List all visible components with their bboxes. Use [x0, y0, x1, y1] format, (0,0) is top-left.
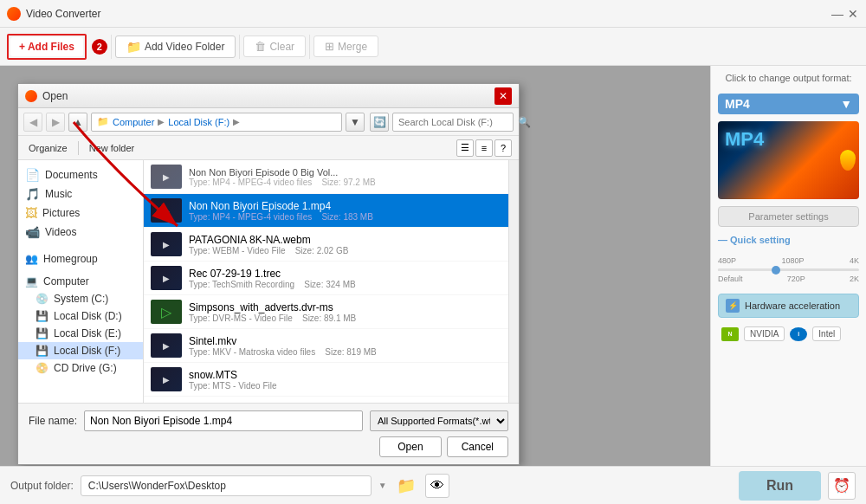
format-dropdown-icon: ▼: [840, 97, 852, 111]
nav-forward-btn[interactable]: ▶: [46, 113, 65, 132]
intel-icon: i: [790, 327, 807, 341]
filename-4: Simpsons_with_adverts.dvr-ms: [189, 301, 501, 313]
file-item-6[interactable]: ▶ snow.MTS Type: MTS - Video File: [144, 363, 508, 397]
sidebar-item-local-e[interactable]: 💾 Local Disk (E:): [18, 325, 143, 342]
sidebar-item-videos[interactable]: 📹 Videos: [18, 223, 143, 242]
slider-thumb[interactable]: [772, 266, 780, 275]
filelist-scrollbar[interactable]: [508, 160, 519, 403]
file-item-3[interactable]: ▶ Rec 07-29-19 1.trec Type: TechSmith Re…: [144, 262, 508, 295]
output-path-input[interactable]: [81, 475, 372, 496]
play-icon-5: ▶: [163, 341, 170, 351]
path-computer[interactable]: Computer: [113, 117, 154, 127]
hw-accel-btn[interactable]: ⚡ Hardware acceleration: [718, 294, 859, 318]
file-info-5: Sintel.mkv Type: MKV - Matroska video fi…: [189, 335, 501, 357]
mp4-label: MP4: [725, 128, 764, 151]
search-input[interactable]: [398, 117, 518, 127]
slider-fill: [718, 268, 774, 271]
add-files-button[interactable]: + Add Files: [10, 37, 83, 56]
nav-dropdown-btn[interactable]: ▼: [346, 113, 365, 132]
step-badge: 2: [92, 39, 107, 55]
video-thumb-selected: ▶: [151, 198, 182, 223]
filemeta-3: Type: TechSmith Recording Size: 324 MB: [189, 280, 501, 289]
new-folder-btn[interactable]: New folder: [86, 141, 139, 155]
view-help-btn[interactable]: ?: [494, 139, 512, 157]
sidebar-item-system-c[interactable]: 💿 System (C:): [18, 290, 143, 307]
filename-input[interactable]: [84, 410, 363, 431]
right-panel: Click to change output format: MP4 ▼ MP4…: [710, 66, 866, 466]
add-folder-button[interactable]: 📁 Add Video Folder: [115, 36, 236, 58]
sidebar-item-local-d[interactable]: 💾 Local Disk (D:): [18, 307, 143, 325]
sidebar-item-local-f[interactable]: 💾 Local Disk (F:): [18, 342, 143, 359]
browse-folder-btn[interactable]: 📁: [394, 474, 418, 498]
filename-1: Non Non Biyori Episode 1.mp4: [189, 200, 501, 212]
file-item-5[interactable]: ▶ Sintel.mkv Type: MKV - Matroska video …: [144, 329, 508, 363]
intel-label[interactable]: Intel: [812, 326, 841, 341]
file-thumb-3: ▶: [151, 266, 182, 290]
file-info-4: Simpsons_with_adverts.dvr-ms Type: DVR-M…: [189, 301, 501, 323]
dialog-footer: File name: All Supported Formats(*.wtv;*…: [18, 403, 519, 464]
sidebar-label-computer: Computer: [43, 275, 89, 288]
nav-back-btn[interactable]: ◀: [23, 113, 42, 132]
toolbar-sep: [78, 141, 79, 155]
path-arrow-1: ▶: [158, 117, 165, 126]
sidebar-item-music[interactable]: 🎵 Music: [18, 184, 143, 204]
preview-btn[interactable]: 👁: [425, 474, 449, 498]
add-files-highlight: + Add Files: [7, 34, 87, 60]
close-btn[interactable]: ✕: [847, 8, 859, 20]
add-folder-label: Add Video Folder: [145, 41, 225, 53]
filemeta-2: Type: WEBM - Video File Size: 2.02 GB: [189, 246, 501, 255]
sidebar-item-computer[interactable]: 💻 Computer: [18, 273, 143, 290]
disk-icon-d: 💾: [36, 310, 48, 322]
file-thumb-6: ▶: [151, 367, 182, 391]
video-thumb-2: ▶: [151, 232, 182, 256]
app-title: Video Converter: [26, 8, 831, 20]
sidebar-item-documents[interactable]: 📄 Documents: [18, 165, 143, 184]
sidebar-label-documents: Documents: [45, 169, 98, 181]
minimize-btn[interactable]: —: [831, 8, 843, 20]
path-dropdown-btn[interactable]: ▼: [378, 481, 387, 490]
nvidia-label[interactable]: NVIDIA: [744, 326, 785, 341]
cancel-button[interactable]: Cancel: [447, 436, 508, 457]
label-2k: 2K: [850, 275, 859, 283]
slider-bottom-labels: Default 720P 2K: [718, 275, 859, 283]
view-list-btn[interactable]: ☰: [456, 139, 474, 157]
main-toolbar: + Add Files 2 📁 Add Video Folder 🗑 Clear…: [0, 28, 866, 66]
filename-2: PATAGONIA 8K-NA.webm: [189, 234, 501, 246]
view-details-btn[interactable]: ≡: [475, 139, 493, 157]
file-item-2[interactable]: ▶ PATAGONIA 8K-NA.webm Type: WEBM - Vide…: [144, 228, 508, 262]
sidebar-item-homegroup[interactable]: 👥 Homegroup: [18, 250, 143, 268]
sidebar-item-cd-g[interactable]: 📀 CD Drive (G:): [18, 359, 143, 377]
quick-setting-text: — Quick setting: [718, 235, 791, 245]
sidebar-item-pictures[interactable]: 🖼 Pictures: [18, 204, 143, 223]
path-localdisk[interactable]: Local Disk (F:): [168, 117, 229, 127]
refresh-btn[interactable]: 🔄: [370, 113, 389, 132]
file-item-partial[interactable]: ▶ Non Non Biyori Episode 0 Big Vol... Ty…: [144, 160, 508, 194]
video-thumb: ▶: [151, 165, 182, 189]
file-info-partial: Non Non Biyori Episode 0 Big Vol... Type…: [189, 167, 501, 187]
organize-btn[interactable]: Organize: [25, 141, 71, 155]
file-item-selected[interactable]: ▶ Non Non Biyori Episode 1.mp4 Type: MP4…: [144, 194, 508, 228]
libraries-group: 📄 Documents 🎵 Music 🖼 Pictures 📹: [18, 165, 143, 242]
run-button[interactable]: Run: [739, 471, 821, 501]
path-part-1: 📁: [97, 116, 109, 127]
clear-button[interactable]: 🗑 Clear: [243, 36, 306, 57]
schedule-btn[interactable]: ⏰: [828, 472, 856, 500]
label-480p: 480P: [718, 256, 736, 265]
quick-setting-label: — Quick setting: [718, 234, 859, 246]
file-item-4[interactable]: ▷ Simpsons_with_adverts.dvr-ms Type: DVR…: [144, 295, 508, 329]
dialog-close-btn[interactable]: ✕: [494, 87, 512, 105]
disk-icon-c: 💿: [36, 293, 48, 305]
gpu-badges: N NVIDIA i Intel: [718, 325, 859, 343]
merge-button[interactable]: ⊞ Merge: [313, 36, 378, 57]
homegroup-icon: 👥: [25, 253, 38, 265]
nav-up-btn[interactable]: ▲: [68, 113, 87, 132]
computer-icon: 💻: [25, 275, 38, 288]
param-settings-btn[interactable]: Parameter settings: [718, 206, 859, 227]
filetype-select[interactable]: All Supported Formats(*.wtv;*.c: [370, 410, 508, 431]
play-icon-2: ▶: [163, 240, 170, 249]
format-selector[interactable]: MP4 ▼: [718, 94, 859, 114]
disk-icon-f: 💾: [36, 345, 48, 357]
mp4-balloon: [840, 150, 856, 171]
open-button[interactable]: Open: [379, 436, 441, 457]
slider-track[interactable]: [718, 268, 859, 271]
